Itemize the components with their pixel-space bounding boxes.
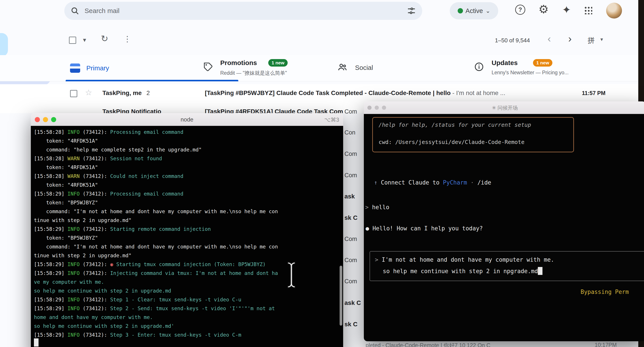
email-thread-count: 2: [146, 90, 150, 97]
tune-filter-icon[interactable]: [407, 6, 416, 16]
terminal-log-line: [15:58:29] INFO (73412): Processing emai…: [34, 189, 343, 198]
ide-command: /ide: [478, 179, 491, 186]
email-text-fragment: sk C: [344, 321, 358, 328]
active-status-label: Active: [466, 7, 483, 15]
input-prompt-icon: >: [375, 256, 378, 263]
help-icon: ?: [515, 5, 525, 15]
gemini-button[interactable]: ✦: [560, 3, 574, 17]
refresh-icon[interactable]: ↻: [101, 34, 108, 44]
ime-caret-icon[interactable]: ▼: [600, 37, 604, 42]
tip-text: Connect Claude to: [381, 179, 443, 186]
help-button[interactable]: ?: [513, 3, 527, 17]
tab-promotions-label: Promotions: [220, 59, 257, 67]
tab-primary-label: Primary: [86, 64, 109, 72]
node-terminal-titlebar[interactable]: node ⌥⌘3: [31, 113, 343, 126]
prompt-icon: >: [365, 204, 369, 211]
terminal-log-line: [15:58:28] WARN (73412): Could not injec…: [34, 172, 343, 181]
node-terminal-window[interactable]: node ⌥⌘3 [15:58:28] INFO (73412): Proces…: [31, 113, 343, 347]
terminal-log-line: home and dont have my computer with me.: [34, 313, 343, 322]
email-text-fragment: Com: [344, 257, 357, 264]
input-line-2: so help me continue with step 2 in npgra…: [383, 267, 542, 275]
input-method-label[interactable]: 拼: [588, 36, 595, 46]
terminal-log-line: command: "help me complete step2 in the …: [34, 145, 343, 154]
terminal-log-line: token: "BP5WJBYZ": [34, 198, 343, 207]
list-toolbar: ▼ ↻ ⋮ 1–50 of 9,544 ‹ › 拼 ▼: [0, 31, 638, 53]
info-icon: [474, 62, 484, 72]
terminal-log-line: [15:58:29] INFO (73412): Step 3 - Enter:…: [34, 330, 343, 339]
window-title: node: [31, 116, 343, 123]
profile-avatar[interactable]: [606, 3, 622, 19]
tab-updates-subtitle: Lenny's Newsletter — Pricing yo...: [492, 70, 569, 76]
tab-promotions[interactable]: Promotions 1 new Reddit — "撩妹就是这么简单": [198, 55, 330, 81]
assistant-message: Hello! How can I help you today?: [372, 225, 483, 232]
claude-terminal-window[interactable]: ✳ 问候开场 /help for help, /status for your …: [364, 101, 644, 341]
claude-terminal-titlebar[interactable]: ✳ 问候开场: [364, 101, 644, 114]
assistant-message-line: ● Hello! How can I help you today?: [366, 225, 483, 232]
terminal-log-line: command: "I'm not at home and dont have …: [34, 242, 343, 251]
star-icon[interactable]: ☆: [85, 89, 92, 97]
search-icon: [70, 7, 79, 15]
terminal-log-line: [15:58:28] WARN (73412): Session not fou…: [34, 154, 343, 163]
select-all-checkbox[interactable]: [69, 37, 76, 44]
tab-updates[interactable]: Updates 1 new Lenny's Newsletter — Prici…: [469, 55, 636, 81]
settings-button[interactable]: ⚙: [536, 2, 550, 16]
email-text-fragment: Com: [344, 108, 357, 115]
terminal-log-line: [15:58:29] INFO (73412): Step 1 - Clear:…: [34, 295, 343, 304]
claude-input-box[interactable]: > I'm not at home and dont have my compu…: [370, 251, 644, 281]
selected-tab-underline: [66, 80, 238, 81]
claude-welcome-box: /help for help, /status for your current…: [372, 117, 574, 152]
email-row-bottom-sliver: pleted - Claude-Code-Remote | 你好7 10 122…: [364, 341, 644, 347]
older-page-icon[interactable]: ›: [568, 34, 572, 44]
ibeam-mouse-cursor: [285, 261, 298, 288]
terminal-log-line: [15:58:29] INFO (73412): Starting remote…: [34, 225, 343, 233]
sliver-time: 10:17PM: [595, 342, 617, 347]
email-subject: [TaskPing #4RFDK51A] Claude Code Task Co…: [205, 108, 343, 113]
input-line-1: > I'm not at home and dont have my compu…: [375, 256, 554, 263]
email-text-fragment: ask: [344, 193, 355, 200]
gear-icon: ⚙: [538, 3, 549, 16]
terminal-log-line: token: "4RFDK51A": [34, 163, 343, 172]
up-arrow-icon: ↑: [374, 179, 378, 186]
claude-session: /help for help, /status for your current…: [364, 114, 644, 341]
tab-updates-label: Updates: [492, 59, 518, 67]
welcome-cwd-line: cwd: /Users/jessytsui/dev/Claude-Code-Re…: [378, 138, 568, 146]
email-sender: TaskPing Notificatio: [102, 108, 161, 113]
email-text-fragment: Com: [344, 151, 357, 157]
input-text-2: so help me continue with step 2 in npgra…: [383, 268, 538, 274]
terminal-output: [15:58:28] INFO (73412): Processing emai…: [31, 126, 343, 347]
email-snippet: - I'm not at home ...: [450, 90, 505, 96]
primary-tab-icon: [70, 64, 80, 73]
terminal-log-line: [15:58:29] INFO (73412): Step 2 - Send: …: [34, 304, 343, 313]
tag-icon: [203, 62, 213, 72]
tip-separator: ·: [467, 179, 478, 186]
text-cursor-block: [538, 267, 542, 275]
email-text-fragment: Com: [344, 278, 357, 285]
terminal-log-line: tinue with step 2 in upgrade.md": [34, 216, 343, 225]
more-options-icon[interactable]: ⋮: [123, 34, 131, 44]
email-subject: [TaskPing #BP5WJBYZ] Claude Code Task Co…: [205, 90, 450, 96]
pycharm-link[interactable]: PyCharm: [443, 179, 467, 186]
compose-button-sliver[interactable]: [0, 33, 8, 57]
sparkle-icon: ✦: [562, 4, 571, 16]
active-status-dot: [458, 8, 463, 14]
select-caret-icon[interactable]: ▼: [82, 37, 87, 43]
terminal-log-line: token: "BP5WJBYZ": [34, 233, 343, 242]
chevron-down-icon: ⌄: [486, 8, 490, 14]
email-row[interactable]: ☆ TaskPing, me 2 [TaskPing #BP5WJBYZ] Cl…: [0, 84, 638, 102]
sliver-text: pleted - Claude-Code-Remote | 你好7 10 122…: [366, 342, 490, 347]
email-text-fragment: Com: [344, 172, 357, 179]
terminal-scrollbar[interactable]: [340, 266, 342, 326]
apps-button[interactable]: [581, 3, 595, 17]
terminal-log-line: command: "I'm not at home and dont have …: [34, 207, 343, 216]
terminal-log-line: tinue with step 2 in upgrade.md": [34, 251, 343, 260]
newer-page-icon[interactable]: ‹: [548, 34, 551, 44]
terminal-log-line: token: "4RFDK51A": [34, 136, 343, 145]
status-selector[interactable]: Active ⌄: [450, 2, 498, 20]
email-text-fragment: sk C: [344, 214, 358, 221]
email-checkbox[interactable]: [70, 90, 77, 97]
search-bar[interactable]: [64, 2, 422, 20]
terminal-cursor: [34, 338, 38, 346]
window-title: ✳ 问候开场: [364, 105, 644, 111]
email-text-fragment: Con: [344, 129, 356, 136]
terminal-log-line: token: "4RFDK51A": [34, 181, 343, 189]
